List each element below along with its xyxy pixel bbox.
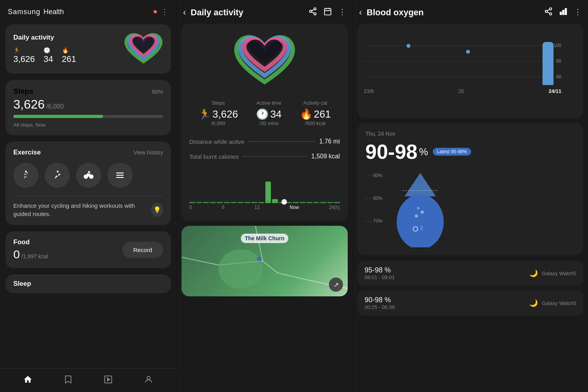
brand-sub: Health xyxy=(44,8,64,16)
daily-activity-card[interactable]: Daily activity 🏃 3,626 🕐 34 🔥 261 xyxy=(5,24,171,74)
reading-history-item-2[interactable]: 90-98 % 00:25 - 06:39 🌙 Galaxy Watch5 xyxy=(358,290,583,316)
nav-play-button[interactable] xyxy=(103,375,113,384)
right-back-button[interactable]: ‹ xyxy=(359,7,362,18)
svg-line-25 xyxy=(547,12,550,13)
steps-goal: /6,000 xyxy=(46,103,64,110)
food-card[interactable]: Food 0 /1,997 kcal Record xyxy=(5,231,171,268)
svg-rect-27 xyxy=(560,12,562,15)
blood-visual: 90% 80% 70% xyxy=(365,169,575,247)
metric-dots-1 xyxy=(248,141,315,142)
active-col: Active time 🕐 34 /30 mins xyxy=(256,100,281,126)
hist-time-2: 00:25 - 06:39 xyxy=(365,304,395,310)
svg-line-26 xyxy=(547,9,550,11)
chart-date-1: 23/8 xyxy=(364,88,374,94)
svg-marker-30 xyxy=(405,173,436,196)
oxygen-scale: 90% 80% 70% xyxy=(365,169,383,224)
oxy-label-90: 90 xyxy=(556,74,561,80)
map-visual: The Milk Churn xyxy=(181,226,348,296)
right-more-button[interactable]: ⋮ xyxy=(574,7,582,18)
map-expand-button[interactable]: ↗ xyxy=(329,278,343,292)
cal-sub-goal: /500 kcal xyxy=(300,120,331,126)
sleep-card[interactable]: Sleep xyxy=(5,274,171,293)
hist-time-1: 08:01 - 09:01 xyxy=(365,274,395,280)
food-number: 0 xyxy=(13,248,20,261)
brand-name: Samsung xyxy=(8,8,40,16)
heart-stats-card: Steps 🏃 3,626 /6,000 Active time 🕐 34 /3… xyxy=(181,24,348,221)
steps-big-value: 3,626 xyxy=(212,108,238,120)
nav-home-button[interactable] xyxy=(23,375,33,384)
hist-left-2: 90-98 % 00:25 - 06:39 xyxy=(365,296,395,310)
distance-label: Distance while active xyxy=(189,138,244,145)
oxygen-chart-area: 100 95 90 xyxy=(364,30,577,85)
chart-date-2: 25 xyxy=(458,88,464,94)
calories-value: 1,509 kcal xyxy=(311,153,340,160)
exercise-header: Exercise View history xyxy=(13,149,163,156)
food-info: Food 0 /1,997 kcal xyxy=(13,238,48,261)
run-exercise-button[interactable] xyxy=(45,163,70,188)
reading-history-item-1[interactable]: 95-98 % 08:01 - 09:01 🌙 Galaxy Watch5 xyxy=(358,261,583,286)
steps-col: Steps 🏃 3,626 /6,000 xyxy=(198,100,238,126)
oxy-label-100: 100 xyxy=(554,43,561,48)
cal-icon: 🔥 xyxy=(62,47,69,53)
svg-point-1 xyxy=(57,171,59,172)
active-big-value: 34 xyxy=(270,108,281,120)
distance-value: 1.76 mi xyxy=(319,138,340,145)
moon-icon-1: 🌙 xyxy=(529,269,538,278)
stats-row: Steps 🏃 3,626 /6,000 Active time 🕐 34 /3… xyxy=(189,100,340,130)
bulb-icon: 💡 xyxy=(151,203,163,217)
active-label: Active time xyxy=(256,100,281,106)
right-share-button[interactable] xyxy=(544,7,553,18)
view-history-button[interactable]: View history xyxy=(134,149,163,156)
reading-latest-badge: Latest 95-98% xyxy=(433,148,471,156)
notification-dot xyxy=(154,10,157,13)
svg-rect-16 xyxy=(325,9,331,15)
svg-point-32 xyxy=(397,194,444,247)
map-place-label: The Milk Churn xyxy=(241,234,288,243)
svg-text:2: 2 xyxy=(420,225,423,231)
exercise-title: Exercise xyxy=(13,149,41,156)
walk-exercise-button[interactable] xyxy=(13,163,38,188)
svg-point-24 xyxy=(550,13,552,15)
steps-card[interactable]: Steps 60% 3,626 /6,000 All steps, Now xyxy=(5,80,171,135)
more-menu-button[interactable]: ⋮ xyxy=(161,7,169,16)
record-food-button[interactable]: Record xyxy=(122,242,163,258)
hist-right-2: 🌙 Galaxy Watch5 xyxy=(529,299,576,307)
svg-point-35 xyxy=(417,207,419,209)
steps-label: Steps xyxy=(198,100,238,106)
bottom-navigation xyxy=(0,368,176,392)
map-section[interactable]: The Milk Churn ↗ xyxy=(181,226,348,296)
cal-stat: 🔥 261 xyxy=(62,47,76,64)
steps-stat-value: 3,626 xyxy=(13,54,35,64)
active-stat: 🕐 34 xyxy=(44,47,53,64)
right-bars-button[interactable] xyxy=(559,7,568,18)
nav-profile-button[interactable] xyxy=(144,375,153,384)
chart-label-12: 12 xyxy=(254,205,260,210)
moon-icon-2: 🌙 xyxy=(529,299,538,307)
cycle-exercise-button[interactable] xyxy=(76,163,101,188)
active-big-num: 🕐 34 xyxy=(256,108,281,120)
hist-value-2: 90-98 % xyxy=(365,296,395,304)
steps-progress-fill xyxy=(13,115,103,118)
calendar-button[interactable] xyxy=(323,7,332,18)
center-panel: ‹ Daily activity ⋮ xyxy=(176,0,353,392)
chart-labels: 0 6 12 Now 24(h) xyxy=(189,203,340,210)
nav-bookmark-button[interactable] xyxy=(64,375,73,384)
exercise-list-button[interactable] xyxy=(107,163,132,188)
center-back-button[interactable]: ‹ xyxy=(183,7,186,18)
share-button[interactable] xyxy=(309,7,317,18)
cal-big-value: 261 xyxy=(314,108,331,120)
calories-metric: Total burnt calories 1,509 kcal xyxy=(189,149,340,164)
exercise-card: Exercise View history xyxy=(5,142,171,225)
left-header: Samsung Health ⋮ xyxy=(0,0,176,21)
blood-reading-card: Thu, 24 Nov 90-98 % Latest 95-98% 90% 80… xyxy=(358,123,583,255)
reading-value: 90-98 xyxy=(365,140,417,163)
food-value-row: 0 /1,997 kcal xyxy=(13,248,48,261)
oxy-dot-1 xyxy=(407,44,410,48)
steps-percent: 60% xyxy=(152,89,163,95)
steps-sub: All steps, Now xyxy=(13,122,45,128)
svg-rect-29 xyxy=(565,9,567,15)
steps-title: Steps xyxy=(13,87,33,96)
cal-stat-value: 261 xyxy=(62,54,76,64)
more-options-button[interactable]: ⋮ xyxy=(338,7,346,18)
metric-dots-2 xyxy=(243,156,307,157)
